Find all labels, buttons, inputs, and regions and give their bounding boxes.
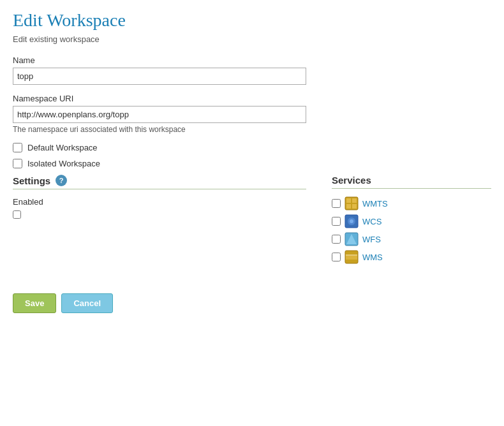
isolated-workspace-checkbox[interactable] xyxy=(13,159,22,168)
settings-header: Settings ? xyxy=(13,175,306,186)
page-title: Edit Workspace xyxy=(13,10,491,31)
service-item-wcs: WCS xyxy=(332,214,491,228)
services-header: Services xyxy=(332,175,491,186)
settings-help-icon[interactable]: ? xyxy=(56,175,67,186)
service-wmts-link[interactable]: WMTS xyxy=(362,199,388,209)
svg-rect-1 xyxy=(346,198,351,203)
service-wmts-checkbox[interactable] xyxy=(332,199,341,208)
service-wfs-link[interactable]: WFS xyxy=(362,235,381,244)
service-wfs-checkbox[interactable] xyxy=(332,235,341,244)
wmts-icon xyxy=(345,196,359,210)
services-list: WMTS WCS xyxy=(332,196,491,264)
name-field-group: Name xyxy=(13,55,491,85)
service-item-wms: WMS xyxy=(332,250,491,264)
settings-title: Settings xyxy=(13,175,50,186)
settings-enabled-checkbox[interactable] xyxy=(13,210,21,219)
name-label: Name xyxy=(13,55,491,65)
namespace-hint: The namespace uri associated with this w… xyxy=(13,125,491,134)
service-wms-link[interactable]: WMS xyxy=(362,253,383,262)
settings-divider xyxy=(13,189,306,189)
isolated-workspace-label: Isolated Workspace xyxy=(27,159,100,168)
svg-rect-4 xyxy=(352,204,357,209)
cancel-button[interactable]: Cancel xyxy=(61,293,113,313)
namespace-uri-input[interactable] xyxy=(13,106,306,123)
settings-section: Settings ? Enabled xyxy=(13,175,306,268)
name-input[interactable] xyxy=(13,68,306,85)
two-col-layout: Settings ? Enabled Services xyxy=(13,175,491,268)
svg-rect-2 xyxy=(352,198,357,203)
wfs-icon xyxy=(345,232,359,246)
default-workspace-group: Default Workspace xyxy=(13,143,491,152)
wms-icon xyxy=(345,250,359,264)
wcs-icon xyxy=(345,214,359,228)
save-button[interactable]: Save xyxy=(13,293,56,313)
page-subtitle: Edit existing workspace xyxy=(13,34,491,44)
namespace-uri-label: Namespace URI xyxy=(13,94,491,103)
services-section: Services WMTS xyxy=(332,175,491,268)
namespace-uri-field-group: Namespace URI The namespace uri associat… xyxy=(13,94,491,134)
service-wcs-checkbox[interactable] xyxy=(332,217,341,226)
services-title: Services xyxy=(332,175,371,186)
svg-point-7 xyxy=(350,219,353,223)
service-item-wfs: WFS xyxy=(332,232,491,246)
service-wms-checkbox[interactable] xyxy=(332,253,341,261)
default-workspace-checkbox[interactable] xyxy=(13,143,22,152)
button-row: Save Cancel xyxy=(13,293,491,313)
svg-rect-12 xyxy=(346,254,357,256)
svg-rect-3 xyxy=(346,204,351,209)
service-item-wmts: WMTS xyxy=(332,196,491,210)
services-divider xyxy=(332,188,491,189)
default-workspace-label: Default Workspace xyxy=(27,143,98,152)
service-wcs-link[interactable]: WCS xyxy=(362,217,382,226)
isolated-workspace-group: Isolated Workspace xyxy=(13,159,491,168)
enabled-label: Enabled xyxy=(13,197,306,207)
